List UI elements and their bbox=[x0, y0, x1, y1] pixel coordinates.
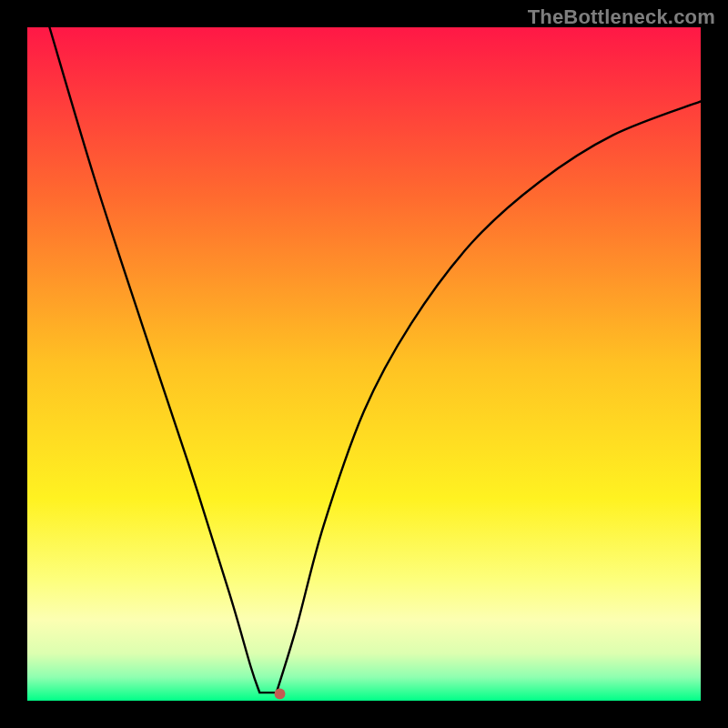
watermark-label: TheBottleneck.com bbox=[528, 5, 715, 29]
curve-layer bbox=[27, 27, 701, 701]
plot-area bbox=[27, 27, 701, 701]
bottleneck-curve bbox=[49, 27, 701, 693]
marker-dot bbox=[275, 689, 286, 700]
chart-frame: TheBottleneck.com bbox=[0, 0, 728, 728]
